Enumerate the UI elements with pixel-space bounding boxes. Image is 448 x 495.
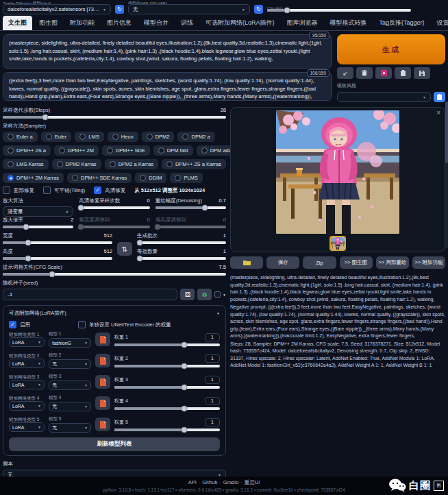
- batch-count-slider[interactable]: [137, 241, 226, 244]
- paste-style-button[interactable]: [395, 67, 411, 79]
- tab-图生图[interactable]: 图生图: [34, 16, 63, 30]
- hires-fix-checkbox[interactable]: ✓: [94, 186, 101, 194]
- sampler-option-DPM fast[interactable]: DPM fast: [153, 145, 193, 156]
- height-slider[interactable]: [3, 257, 112, 260]
- sampler-option-LMS Karras[interactable]: LMS Karras: [3, 159, 49, 169]
- sampler-option-DPM++ 2M[interactable]: DPM++ 2M: [54, 145, 99, 156]
- github-link[interactable]: Github: [202, 479, 217, 485]
- reload-ui-link[interactable]: 重启UI: [245, 479, 260, 485]
- refresh-vae-button[interactable]: ↻: [254, 5, 263, 14]
- lora-weight-slider[interactable]: [114, 386, 220, 389]
- tab-模型合并[interactable]: 模型合并: [138, 16, 174, 30]
- read-params-button[interactable]: ↙: [337, 67, 353, 79]
- chevron-down-icon[interactable]: ▼: [223, 293, 226, 297]
- cfg-slider[interactable]: [3, 273, 226, 276]
- upscale-by-slider[interactable]: [3, 226, 73, 228]
- tab-设置[interactable]: 设置: [432, 16, 448, 30]
- positive-prompt-input[interactable]: (masterpiece, sidelighting, ultra-detail…: [3, 34, 332, 69]
- lora-file-button[interactable]: [95, 418, 110, 431]
- batch-size-slider[interactable]: [137, 257, 226, 260]
- restore-faces-checkbox[interactable]: [3, 186, 10, 194]
- lora-model-select[interactable]: fashionG▼: [49, 338, 91, 348]
- lora-weight-slider[interactable]: [114, 407, 220, 410]
- apply-style-button[interactable]: [434, 92, 445, 102]
- tab-可选附加网络(LoRA插件)[interactable]: 可选附加网络(LoRA插件): [200, 16, 280, 30]
- send-to-extras-button[interactable]: >> 附加功能: [412, 256, 445, 269]
- lora-file-button[interactable]: [95, 333, 110, 346]
- close-icon[interactable]: ×: [436, 109, 440, 117]
- lora-enable-checkbox[interactable]: ✓: [9, 321, 16, 328]
- refresh-models-button[interactable]: ↻: [115, 5, 124, 14]
- lora-file-button[interactable]: [95, 375, 110, 389]
- seed-input[interactable]: -1: [3, 289, 177, 300]
- sampler-option-DPM2 a[interactable]: DPM2 a: [177, 132, 214, 142]
- separate-weights-checkbox[interactable]: [78, 321, 86, 328]
- lora-type-select[interactable]: LoRA▼: [9, 422, 45, 432]
- sampler-option-DDIM[interactable]: DDIM: [135, 173, 166, 183]
- sampler-option-Euler a[interactable]: Euler a: [3, 132, 38, 142]
- lora-model-select[interactable]: 无▼: [49, 423, 91, 433]
- resize-height-slider[interactable]: [155, 226, 226, 228]
- send-to-img2img-button[interactable]: >> 图生图: [340, 256, 373, 269]
- tiling-checkbox[interactable]: [43, 186, 51, 194]
- sampler-option-DPM++ SDE[interactable]: DPM++ SDE: [102, 145, 150, 156]
- width-slider[interactable]: [3, 241, 112, 244]
- tab-附加功能[interactable]: 附加功能: [64, 16, 100, 30]
- tab-文生图[interactable]: 文生图: [3, 16, 32, 30]
- lora-weight-value[interactable]: 1: [205, 397, 220, 405]
- lora-weight-value[interactable]: 1: [205, 376, 220, 384]
- extra-networks-button[interactable]: [375, 67, 392, 79]
- upscaler-select[interactable]: 潜变量 ▼: [3, 206, 73, 217]
- lora-file-button[interactable]: [95, 354, 110, 367]
- sampler-option-LMS[interactable]: LMS: [75, 132, 103, 142]
- save-button[interactable]: 保存: [266, 256, 299, 269]
- lora-model-select[interactable]: 无▼: [49, 402, 91, 411]
- swap-dimensions-button[interactable]: ⇅: [117, 242, 132, 256]
- denoising-slider[interactable]: [155, 206, 226, 209]
- zip-button[interactable]: Zip: [303, 256, 336, 269]
- sampler-option-DPM++ 2M Karras[interactable]: DPM++ 2M Karras: [3, 173, 64, 183]
- lora-type-select[interactable]: LoRA▼: [9, 401, 45, 411]
- lora-weight-slider[interactable]: [114, 428, 220, 431]
- clear-prompt-button[interactable]: [356, 67, 373, 79]
- sampler-option-DPM++ 2S a[interactable]: DPM++ 2S a: [3, 145, 51, 156]
- sampler-option-DPM2 a Karras[interactable]: DPM2 a Karras: [105, 159, 158, 169]
- sampler-option-DPM2[interactable]: DPM2: [142, 132, 175, 142]
- tab-训练[interactable]: 训练: [175, 16, 199, 30]
- generate-button[interactable]: 生成: [337, 34, 445, 64]
- sampler-option-Euler[interactable]: Euler: [41, 132, 72, 142]
- tab-模型格式转换[interactable]: 模型格式转换: [325, 16, 373, 30]
- sampler-option-DPM++ SDE Karras[interactable]: DPM++ SDE Karras: [67, 173, 132, 183]
- lora-model-select[interactable]: 无▼: [49, 381, 91, 390]
- negative-prompt-input[interactable]: ((extra feet)),3 feet,more than two feet…: [3, 72, 332, 101]
- lora-type-select[interactable]: LoRA▼: [9, 337, 45, 347]
- lora-weight-value[interactable]: 1: [205, 333, 220, 341]
- lora-model-select[interactable]: 无▼: [49, 359, 91, 369]
- lora-file-button[interactable]: [95, 396, 110, 410]
- api-link[interactable]: API: [188, 479, 197, 485]
- gallery-thumbnail[interactable]: [329, 236, 346, 251]
- random-seed-button[interactable]: ⚄: [180, 289, 195, 300]
- lora-weight-value[interactable]: 1: [205, 354, 220, 363]
- tab-Tag反推(Tagger)[interactable]: Tag反推(Tagger): [374, 16, 430, 30]
- additional-networks-header[interactable]: 可选附加网络(LoRA插件) ▼: [9, 310, 220, 317]
- clip-skip-slider[interactable]: [267, 9, 411, 12]
- sampler-option-DPM++ 2S a Karras[interactable]: DPM++ 2S a Karras: [162, 159, 226, 169]
- lora-weight-slider[interactable]: [114, 365, 220, 367]
- sampler-option-DPM2 Karras[interactable]: DPM2 Karras: [52, 159, 101, 169]
- open-folder-button[interactable]: [230, 256, 263, 269]
- extra-seed-checkbox[interactable]: [214, 291, 221, 298]
- lora-type-select[interactable]: LoRA▼: [9, 359, 45, 368]
- save-style-button[interactable]: [414, 67, 430, 79]
- sampler-option-Heun[interactable]: Heun: [108, 132, 138, 142]
- gradio-link[interactable]: Gradio: [223, 479, 239, 485]
- steps-slider[interactable]: [3, 116, 226, 119]
- generated-image[interactable]: [276, 110, 399, 234]
- send-to-inpaint-button[interactable]: >> 局部重绘: [376, 256, 409, 269]
- tab-图库浏览器[interactable]: 图库浏览器: [282, 16, 323, 30]
- styles-select[interactable]: ▼: [337, 92, 431, 102]
- tab-图片信息[interactable]: 图片信息: [101, 16, 137, 30]
- vae-select[interactable]: 无 ▼: [128, 4, 250, 14]
- refresh-model-list-button[interactable]: 刷新模型列表: [9, 437, 220, 451]
- sampler-option-PLMS[interactable]: PLMS: [170, 173, 202, 183]
